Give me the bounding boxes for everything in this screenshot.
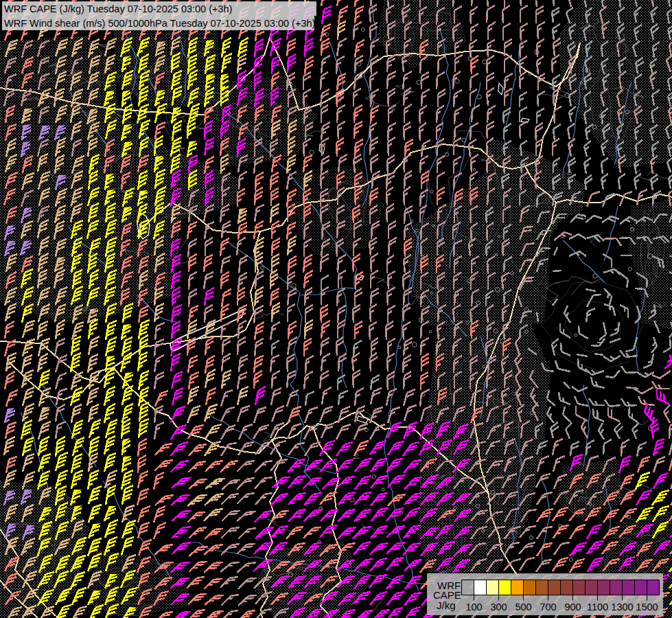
svg-text:1500: 1500 [636, 602, 658, 613]
svg-text:500: 500 [515, 602, 531, 613]
svg-text:1100: 1100 [587, 602, 608, 613]
svg-text:100: 100 [465, 602, 482, 613]
svg-text:300: 300 [490, 602, 507, 613]
svg-text:WRF CAPE (J/kg) Tuesday 07-10-: WRF CAPE (J/kg) Tuesday 07-10-2025 03:00… [4, 3, 232, 14]
svg-text:1300: 1300 [611, 602, 633, 613]
svg-text:700: 700 [540, 602, 556, 613]
svg-text:J/kg: J/kg [437, 599, 456, 611]
svg-text:WRF Wind shear (m/s) 500/1000h: WRF Wind shear (m/s) 500/1000hPa Tuesday… [4, 18, 315, 29]
svg-text:900: 900 [564, 602, 581, 613]
